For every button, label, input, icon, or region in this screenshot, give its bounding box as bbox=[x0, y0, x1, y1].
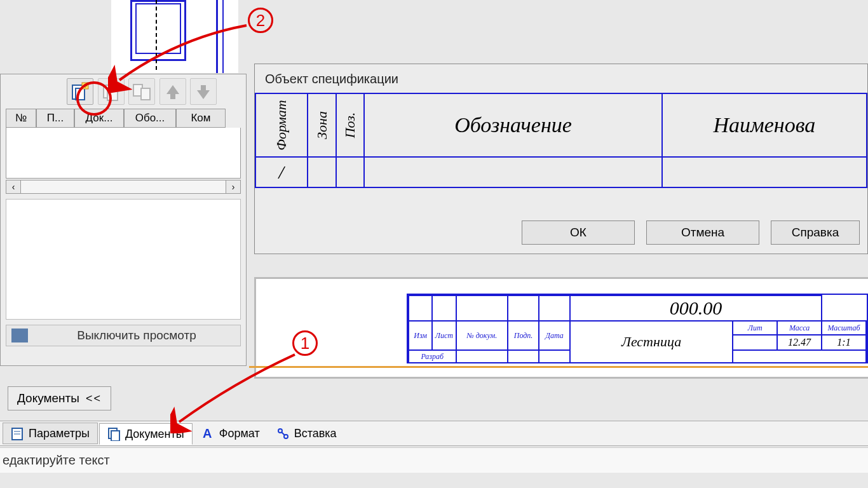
panel-columns: № П... Док... Обо... Ком bbox=[1, 106, 246, 128]
title-block: 000.00 Изм Лист № докум. Подп. Дата Лест… bbox=[407, 294, 868, 363]
annotation-marker-2: 2 bbox=[248, 8, 273, 33]
svg-line-17 bbox=[281, 432, 285, 435]
col-zone-label: Зона bbox=[313, 111, 330, 139]
tb-razrab: Разраб bbox=[409, 350, 456, 363]
tab-insert-label: Вставка bbox=[294, 427, 337, 440]
horizontal-scrollbar[interactable]: ‹ › bbox=[6, 180, 241, 194]
annotation-marker-1: 1 bbox=[292, 330, 318, 356]
documents-panel-tab[interactable]: Документы << bbox=[8, 386, 111, 410]
col-designation[interactable]: Обо... bbox=[124, 109, 176, 128]
tb-podp: Подп. bbox=[508, 321, 539, 350]
tab-documents[interactable]: Документы bbox=[99, 423, 193, 445]
insert-icon bbox=[276, 426, 290, 440]
preview-swatch bbox=[11, 329, 28, 342]
tab-parameters-label: Параметры bbox=[29, 427, 90, 440]
status-bar: едактируйте текст bbox=[0, 447, 868, 473]
tb-izm: Изм bbox=[409, 321, 432, 350]
svg-rect-8 bbox=[141, 88, 150, 100]
panel-toolbar bbox=[1, 74, 246, 106]
col-designation-label: Обозначение bbox=[365, 113, 661, 137]
move-up-button bbox=[159, 78, 186, 105]
col-comment[interactable]: Ком bbox=[176, 109, 226, 128]
documents-tab-label: Документы bbox=[17, 391, 79, 405]
documents-icon bbox=[107, 427, 121, 441]
scroll-track[interactable] bbox=[21, 180, 226, 194]
specification-panel: № П... Док... Обо... Ком ‹ › Выключить п… bbox=[0, 74, 247, 366]
link-spec-button bbox=[128, 78, 155, 105]
dialog-title: Объект спецификации bbox=[255, 64, 867, 93]
ok-button[interactable]: ОК bbox=[522, 220, 635, 245]
tb-scale: Масштаб bbox=[822, 321, 866, 335]
tb-date: Дата bbox=[539, 321, 570, 350]
tb-scale-val: 1:1 bbox=[822, 335, 866, 350]
cell-designation[interactable] bbox=[364, 157, 662, 187]
spec-list[interactable] bbox=[6, 128, 241, 179]
drawing-fragment bbox=[111, 0, 238, 73]
toolbar-spacer bbox=[6, 78, 63, 105]
tb-mass: Масса bbox=[777, 321, 822, 335]
collapse-chevron-icon: << bbox=[86, 392, 102, 405]
drawing-name: Лестница bbox=[570, 321, 733, 363]
tab-format[interactable]: A Формат bbox=[194, 423, 268, 444]
parameters-icon bbox=[11, 426, 25, 440]
drawing-number: 000.00 bbox=[570, 295, 822, 321]
cell-format[interactable]: / bbox=[255, 157, 308, 187]
preview-area bbox=[6, 199, 241, 320]
help-button[interactable]: Справка bbox=[771, 220, 860, 245]
tab-insert[interactable]: Вставка bbox=[269, 423, 344, 444]
cell-pos[interactable] bbox=[336, 157, 364, 187]
col-pos[interactable]: П... bbox=[36, 109, 74, 128]
status-text: едактируйте текст bbox=[3, 453, 110, 468]
tb-ndoc: № докум. bbox=[456, 321, 508, 350]
move-down-button bbox=[190, 78, 217, 105]
preview-toggle-row[interactable]: Выключить просмотр bbox=[6, 325, 241, 346]
col-format-label: Формат bbox=[273, 100, 290, 151]
spec-object-dialog: Объект спецификации Формат Зона Поз. Обо… bbox=[254, 64, 868, 254]
annotation-ring-2 bbox=[76, 81, 112, 116]
cell-name[interactable] bbox=[662, 157, 867, 187]
format-icon: A bbox=[201, 426, 215, 440]
svg-text:A: A bbox=[203, 426, 212, 440]
scroll-left-button[interactable]: ‹ bbox=[6, 180, 21, 194]
bottom-tabstrip: Параметры Документы A Формат Вставка bbox=[0, 421, 868, 446]
col-number[interactable]: № bbox=[6, 109, 36, 128]
tb-lit: Лит bbox=[733, 321, 777, 335]
tab-parameters[interactable]: Параметры bbox=[3, 423, 98, 444]
tb-mass-val: 12.47 bbox=[777, 335, 822, 350]
tb-list: Лист bbox=[432, 321, 456, 350]
col-name-label: Наименова bbox=[663, 113, 866, 137]
tab-format-label: Формат bbox=[219, 427, 260, 440]
cell-zone[interactable] bbox=[308, 157, 337, 187]
preview-toggle-label: Выключить просмотр bbox=[33, 329, 240, 342]
col-pos-label: Поз. bbox=[342, 112, 358, 139]
scroll-right-button[interactable]: › bbox=[226, 180, 241, 194]
tab-documents-label: Документы bbox=[125, 428, 184, 441]
spec-header-table: Формат Зона Поз. Обозначение Наименова / bbox=[255, 93, 867, 188]
svg-rect-13 bbox=[111, 431, 119, 441]
cancel-button[interactable]: Отмена bbox=[646, 220, 759, 245]
separator-line bbox=[249, 366, 868, 368]
